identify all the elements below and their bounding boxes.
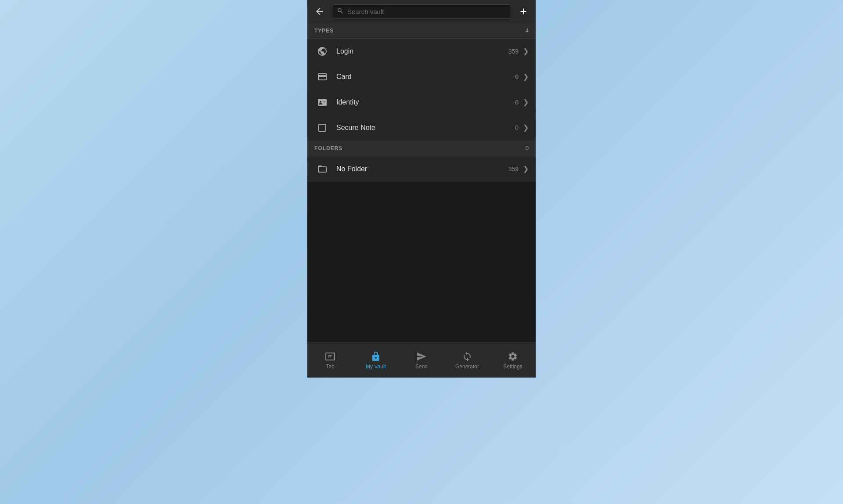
nav-send[interactable]: Send <box>399 351 444 370</box>
search-bar <box>332 4 511 19</box>
card-label: Card <box>336 73 515 81</box>
identity-chevron: ❯ <box>523 98 529 106</box>
folders-label: FOLDERS <box>314 145 342 151</box>
login-chevron: ❯ <box>523 47 529 55</box>
plus-icon <box>519 7 528 16</box>
tab-icon <box>325 351 335 362</box>
card-icon <box>317 72 328 82</box>
secure-note-count: 0 <box>515 124 519 131</box>
vault-icon <box>371 351 381 362</box>
folder-open-icon <box>317 164 328 174</box>
types-label: TYPES <box>314 28 334 34</box>
generator-nav-label: Generator <box>455 364 479 370</box>
login-count: 359 <box>508 48 519 55</box>
identity-icon-container <box>314 94 330 110</box>
secure-note-label: Secure Note <box>336 124 515 132</box>
globe-icon <box>317 46 328 57</box>
add-button[interactable] <box>515 3 532 20</box>
send-icon <box>416 351 427 362</box>
no-folder-count: 359 <box>508 166 519 173</box>
identity-item[interactable]: Identity 0 ❯ <box>307 90 536 115</box>
settings-icon <box>508 351 518 362</box>
search-input[interactable] <box>347 8 506 15</box>
no-folder-item[interactable]: No Folder 359 ❯ <box>307 156 536 182</box>
card-count: 0 <box>515 73 519 80</box>
search-icon <box>337 7 344 16</box>
back-button[interactable] <box>311 3 328 20</box>
identity-icon <box>317 97 328 108</box>
identity-label: Identity <box>336 98 515 106</box>
secure-note-icon-container <box>314 120 330 136</box>
folders-section-header: FOLDERS 0 <box>307 140 536 156</box>
card-item[interactable]: Card 0 ❯ <box>307 64 536 90</box>
note-icon <box>317 122 328 133</box>
no-folder-icon-container <box>314 161 330 177</box>
app-container: TYPES 4 Login 359 ❯ Card 0 ❯ <box>307 0 536 378</box>
nav-tab[interactable]: Tab <box>307 351 353 370</box>
login-item[interactable]: Login 359 ❯ <box>307 39 536 64</box>
types-section-header: TYPES 4 <box>307 23 536 39</box>
secure-note-chevron: ❯ <box>523 123 529 132</box>
types-count: 4 <box>526 27 529 34</box>
tab-nav-label: Tab <box>326 364 334 370</box>
send-nav-label: Send <box>415 364 428 370</box>
bottom-nav: Tab My Vault Send Generator <box>307 342 536 378</box>
nav-my-vault[interactable]: My Vault <box>353 351 399 370</box>
card-chevron: ❯ <box>523 72 529 81</box>
login-label: Login <box>336 47 508 55</box>
secure-note-item[interactable]: Secure Note 0 ❯ <box>307 115 536 140</box>
nav-settings[interactable]: Settings <box>490 351 536 370</box>
content-area: TYPES 4 Login 359 ❯ Card 0 ❯ <box>307 23 536 378</box>
identity-count: 0 <box>515 99 519 106</box>
no-folder-chevron: ❯ <box>523 165 529 173</box>
generator-icon <box>462 351 472 362</box>
settings-nav-label: Settings <box>503 364 522 370</box>
no-folder-label: No Folder <box>336 165 508 173</box>
header <box>307 0 536 23</box>
card-icon-container <box>314 69 330 85</box>
back-icon <box>314 6 325 17</box>
nav-generator[interactable]: Generator <box>444 351 490 370</box>
login-icon-container <box>314 43 330 59</box>
folders-count: 0 <box>526 145 529 151</box>
my-vault-nav-label: My Vault <box>366 364 386 370</box>
